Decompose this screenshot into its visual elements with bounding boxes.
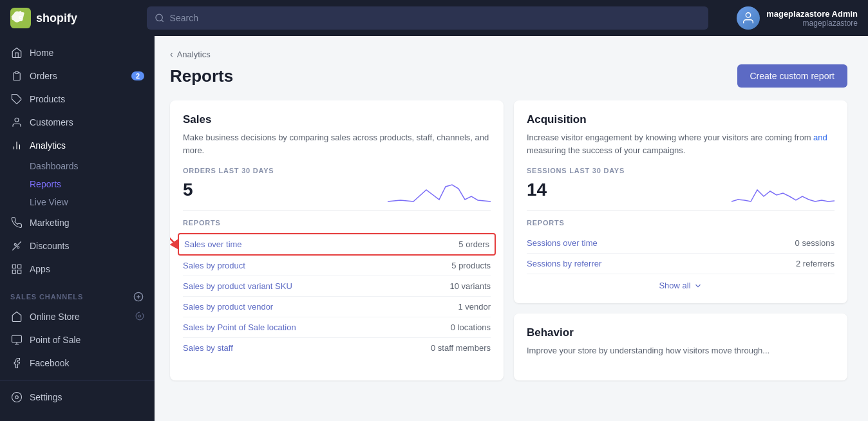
- pos-icon: [10, 333, 23, 346]
- sales-stat-value: 5: [183, 180, 193, 200]
- show-all-label: Show all: [659, 281, 690, 290]
- acquisition-stat-row: 14: [527, 177, 835, 203]
- svg-point-20: [138, 315, 141, 317]
- sidebar-item-facebook-label: Facebook: [30, 358, 69, 368]
- discounts-icon: [10, 239, 23, 252]
- report-item-sales-by-staff[interactable]: Sales by staff 0 staff members: [183, 338, 491, 358]
- sessions-over-time-link[interactable]: Sessions over time: [527, 238, 598, 248]
- report-cards-row: Sales Make business decisions by compari…: [170, 100, 847, 380]
- sidebar-item-products[interactable]: Products: [0, 88, 155, 111]
- report-item-sales-over-time[interactable]: Sales over time 5 orders: [178, 233, 496, 256]
- acquisition-mini-chart: [731, 177, 835, 203]
- sales-over-time-value: 5 orders: [458, 239, 489, 249]
- sidebar-item-marketing[interactable]: Marketing: [0, 211, 155, 234]
- search-icon: [155, 13, 165, 23]
- sales-by-vendor-link[interactable]: Sales by product vendor: [183, 302, 273, 312]
- shopify-logo-icon: S: [10, 8, 31, 28]
- svg-rect-13: [12, 265, 15, 268]
- create-custom-report-button[interactable]: Create custom report: [737, 64, 848, 88]
- user-info: mageplazastore Admin mageplazastore: [766, 9, 858, 28]
- sales-by-pos-link[interactable]: Sales by Point of Sale location: [183, 323, 296, 332]
- sidebar-item-products-label: Products: [30, 94, 65, 104]
- svg-text:S: S: [19, 15, 23, 23]
- subnav-reports[interactable]: Reports: [0, 175, 155, 193]
- sales-over-time-link[interactable]: Sales over time: [184, 239, 242, 249]
- sales-card: Sales Make business decisions by compari…: [170, 100, 504, 380]
- page-title: Reports: [170, 66, 233, 86]
- sidebar-item-online-store[interactable]: Online Store: [0, 305, 155, 328]
- sidebar-item-pos-label: Point of Sale: [30, 335, 80, 345]
- analytics-subnav: Dashboards Reports Live View: [0, 157, 155, 211]
- svg-rect-21: [12, 335, 22, 342]
- sidebar-item-marketing-label: Marketing: [30, 218, 69, 228]
- sidebar-item-home-label: Home: [30, 48, 53, 58]
- sales-by-product-value: 5 products: [451, 261, 491, 270]
- sidebar-item-discounts[interactable]: Discounts: [0, 234, 155, 257]
- svg-point-10: [14, 243, 16, 245]
- user-name: mageplazastore Admin: [766, 9, 858, 19]
- chevron-down-icon: [693, 281, 703, 290]
- sessions-by-referrer-value: 2 referrers: [796, 259, 835, 268]
- sidebar-item-customers[interactable]: Customers: [0, 111, 155, 134]
- page-header: Reports Create custom report: [170, 64, 847, 88]
- behavior-card-title: Behavior: [527, 326, 835, 339]
- report-item-sales-by-product[interactable]: Sales by product 5 products: [183, 256, 491, 276]
- sidebar-item-orders[interactable]: Orders 2: [0, 64, 155, 88]
- sales-by-product-link[interactable]: Sales by product: [183, 261, 245, 270]
- report-item-sales-by-pos[interactable]: Sales by Point of Sale location 0 locati…: [183, 317, 491, 338]
- sales-reports-label: REPORTS: [183, 219, 491, 227]
- search-bar[interactable]: [147, 6, 708, 30]
- sales-divider: [183, 210, 491, 211]
- user-store: mageplazastore: [766, 19, 858, 28]
- sessions-by-referrer-link[interactable]: Sessions by referrer: [527, 259, 601, 268]
- report-item-sales-by-vendor[interactable]: Sales by product vendor 1 vendor: [183, 297, 491, 317]
- sidebar-item-apps-label: Apps: [30, 264, 50, 274]
- svg-rect-16: [12, 270, 15, 274]
- user-area: mageplazastore Admin mageplazastore: [716, 6, 858, 30]
- sidebar-item-analytics-label: Analytics: [30, 140, 66, 151]
- sidebar-item-facebook[interactable]: Facebook: [0, 351, 155, 375]
- svg-rect-4: [15, 71, 19, 73]
- acquisition-reports-label: REPORTS: [527, 219, 835, 227]
- sales-mini-chart: [388, 177, 491, 203]
- svg-line-12: [12, 241, 21, 250]
- sidebar-item-settings[interactable]: Settings: [0, 386, 155, 409]
- sales-stat-label: ORDERS LAST 30 DAYS: [183, 167, 491, 174]
- sales-by-sku-value: 10 variants: [449, 281, 491, 291]
- sales-by-staff-link[interactable]: Sales by staff: [183, 343, 233, 353]
- acquisition-card: Acquisition Increase visitor engagement …: [514, 100, 847, 303]
- sales-by-sku-link[interactable]: Sales by product variant SKU: [183, 281, 292, 291]
- sidebar-item-apps[interactable]: Apps: [0, 257, 155, 281]
- svg-point-3: [746, 13, 750, 17]
- logo-text: shopify: [36, 12, 77, 25]
- logo-area: S shopify: [10, 8, 139, 28]
- online-store-settings-icon[interactable]: [135, 312, 144, 323]
- home-icon: [10, 46, 23, 59]
- breadcrumb[interactable]: ‹ Analytics: [170, 49, 847, 59]
- sales-channels-section: SALES CHANNELS: [0, 281, 155, 305]
- main-content: ‹ Analytics Reports Create custom report…: [155, 36, 868, 421]
- show-all-button[interactable]: Show all: [527, 281, 835, 290]
- sidebar-item-orders-label: Orders: [30, 71, 57, 81]
- sidebar-item-online-store-label: Online Store: [30, 312, 80, 322]
- acquisition-divider: [527, 210, 835, 211]
- acquisition-link[interactable]: and: [813, 133, 827, 142]
- acquisition-card-title: Acquisition: [527, 113, 835, 126]
- sales-by-pos-value: 0 locations: [451, 323, 491, 332]
- sidebar-item-home[interactable]: Home: [0, 41, 155, 64]
- sidebar-item-pos[interactable]: Point of Sale: [0, 328, 155, 351]
- customers-icon: [10, 116, 23, 129]
- marketing-icon: [10, 216, 23, 229]
- search-input[interactable]: [170, 13, 701, 23]
- report-item-sessions-by-referrer[interactable]: Sessions by referrer 2 referrers: [527, 254, 835, 274]
- sidebar-item-analytics[interactable]: Analytics: [0, 134, 155, 157]
- add-sales-channel-icon[interactable]: [133, 291, 144, 303]
- subnav-dashboards[interactable]: Dashboards: [0, 157, 155, 175]
- sales-by-vendor-value: 1 vendor: [458, 302, 491, 312]
- subnav-live-view[interactable]: Live View: [0, 193, 155, 211]
- user-avatar: [737, 6, 760, 30]
- breadcrumb-back-icon: ‹: [170, 49, 173, 59]
- report-item-sessions-over-time[interactable]: Sessions over time 0 sessions: [527, 233, 835, 254]
- report-item-sales-by-sku[interactable]: Sales by product variant SKU 10 variants: [183, 276, 491, 297]
- svg-point-11: [17, 247, 19, 248]
